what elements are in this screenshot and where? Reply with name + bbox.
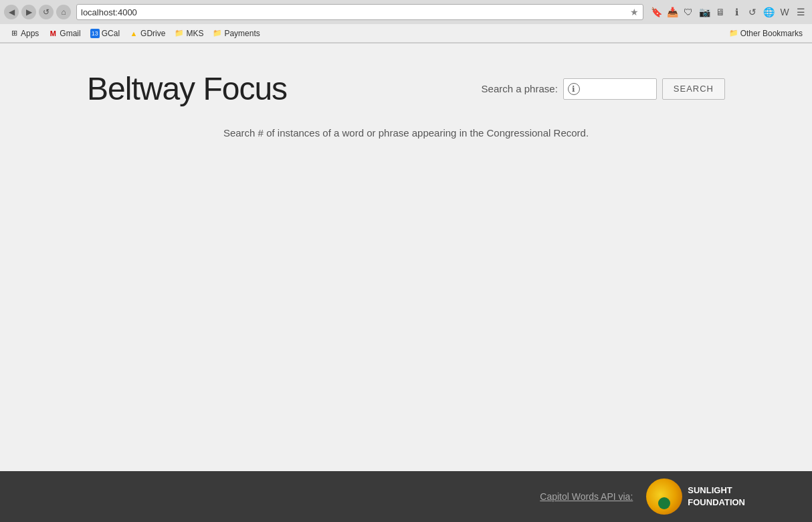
gdrive-icon: ▲	[129, 29, 138, 38]
gcal-icon: 13	[90, 29, 100, 38]
app-title: Beltway Focus	[87, 70, 287, 107]
address-bar-wrap: ★	[76, 4, 643, 20]
sunlight-logo: SUNLIGHT FOUNDATION	[646, 478, 745, 515]
payments-icon: 📁	[213, 29, 222, 38]
bookmark-gmail-label: Gmail	[60, 29, 80, 38]
info-icon[interactable]: ℹ	[729, 5, 744, 19]
bookmark-apps[interactable]: ⊞ Apps	[5, 27, 43, 39]
page-content: Beltway Focus Search a phrase: ℹ SEARCH …	[0, 44, 812, 472]
shield-icon[interactable]: 🛡	[681, 5, 696, 19]
search-area: Search a phrase: ℹ SEARCH	[482, 78, 725, 100]
toolbar-icons: 🔖 📥 🛡 📷 🖥 ℹ ↺ 🌐 W ☰	[649, 5, 808, 19]
camera-icon[interactable]: 📷	[697, 5, 712, 19]
other-bookmarks[interactable]: 📁 Other Bookmarks	[725, 27, 807, 39]
back-button[interactable]: ◀	[4, 5, 19, 19]
sync-icon[interactable]: ↺	[745, 5, 760, 19]
bookmark-apps-label: Apps	[21, 29, 39, 38]
search-button[interactable]: SEARCH	[662, 78, 725, 100]
pocket-icon[interactable]: 🔖	[649, 5, 664, 19]
mks-icon: 📁	[175, 29, 184, 38]
browser-toolbar: ◀ ▶ ↺ ⌂ ★ 🔖 📥 🛡 📷 🖥 ℹ ↺ 🌐 W ☰	[0, 0, 812, 24]
search-info-icon: ℹ	[568, 83, 580, 95]
sunlight-circle-icon	[646, 478, 682, 515]
other-bookmarks-icon: 📁	[729, 29, 738, 38]
globe-icon[interactable]: 🌐	[761, 5, 776, 19]
apps-icon: ⊞	[9, 29, 19, 38]
bookmark-gdrive[interactable]: ▲ GDrive	[125, 27, 169, 39]
wiki-icon[interactable]: W	[777, 5, 792, 19]
search-label: Search a phrase:	[482, 83, 558, 94]
bookmark-gmail[interactable]: M Gmail	[44, 27, 84, 39]
app-subtitle: Search # of instances of a word or phras…	[0, 127, 812, 139]
api-link[interactable]: Capitol Words API via:	[540, 491, 633, 502]
reload-button[interactable]: ↺	[39, 5, 54, 19]
bookmark-payments-label: Payments	[224, 29, 260, 38]
search-input-wrap: ℹ	[563, 78, 657, 100]
menu-icon[interactable]: ☰	[793, 5, 808, 19]
bookmark-mks-label: MKS	[186, 29, 203, 38]
forward-button[interactable]: ▶	[21, 5, 36, 19]
bookmark-gcal[interactable]: 13 GCal	[86, 27, 124, 39]
download-icon[interactable]: 📥	[665, 5, 680, 19]
bookmarks-bar: ⊞ Apps M Gmail 13 GCal ▲ GDrive 📁 MKS 📁 …	[0, 24, 812, 43]
sunlight-line1: SUNLIGHT	[688, 485, 745, 497]
display-icon[interactable]: 🖥	[713, 5, 728, 19]
footer: Capitol Words API via: SUNLIGHT FOUNDATI…	[0, 471, 812, 522]
address-bar[interactable]	[81, 7, 630, 17]
sunlight-line2: FOUNDATION	[688, 497, 745, 509]
gmail-icon: M	[48, 29, 58, 38]
bookmark-gcal-label: GCal	[102, 29, 120, 38]
bookmark-star-icon[interactable]: ★	[630, 7, 639, 17]
bookmark-payments[interactable]: 📁 Payments	[209, 27, 264, 39]
other-bookmarks-label: Other Bookmarks	[740, 29, 803, 38]
bookmark-gdrive-label: GDrive	[140, 29, 165, 38]
sunlight-text: SUNLIGHT FOUNDATION	[688, 485, 745, 509]
browser-chrome: ◀ ▶ ↺ ⌂ ★ 🔖 📥 🛡 📷 🖥 ℹ ↺ 🌐 W ☰ ⊞ Apps M	[0, 0, 812, 44]
bookmark-mks[interactable]: 📁 MKS	[171, 27, 207, 39]
app-header: Beltway Focus Search a phrase: ℹ SEARCH	[0, 57, 812, 120]
home-button[interactable]: ⌂	[56, 5, 71, 19]
